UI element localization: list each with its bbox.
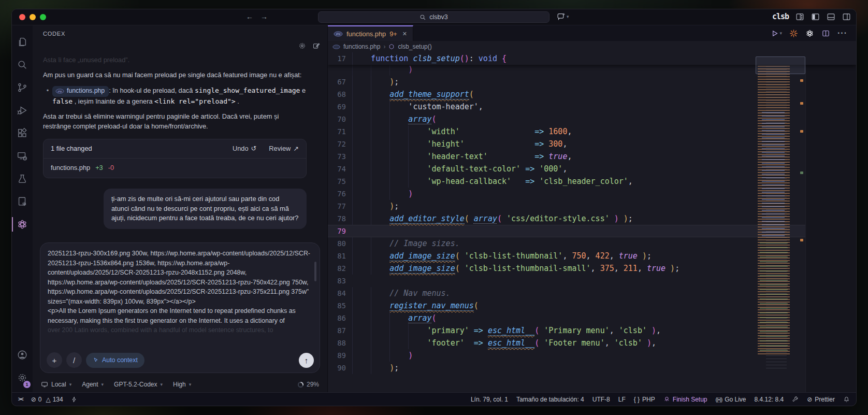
extension-starburst-icon[interactable] [789, 29, 798, 38]
sidebar-item-run-debug[interactable] [12, 99, 33, 122]
code-line[interactable]: 86array( [328, 312, 805, 324]
go-live-button[interactable]: ((•))Go Live [716, 396, 746, 403]
file-chip[interactable]: phpfunctions.php [52, 86, 109, 97]
sidebar-item-search[interactable] [12, 53, 33, 76]
minimize-window-button[interactable] [30, 14, 36, 20]
panel-settings-icon[interactable] [298, 42, 306, 50]
cursor-position[interactable]: Lín. 79, col. 1 [471, 396, 508, 403]
indentation-setting[interactable]: Tamaño de tabulación: 4 [516, 396, 584, 403]
sidebar-item-explorer[interactable] [12, 31, 33, 53]
code-line[interactable]: 87'primary' => esc_html__( 'Primary menu… [328, 324, 805, 337]
close-window-button[interactable] [19, 14, 25, 20]
php-version[interactable]: 8.4.12: 8.4 [755, 396, 784, 403]
breadcrumb-symbol[interactable]: clsb_setup() [398, 43, 431, 50]
code-line[interactable]: 17function clsb_setup(): void { [328, 52, 805, 65]
code-line[interactable]: 69'custom-header', [328, 101, 805, 113]
code-editor[interactable]: 17function clsb_setup(): void { )67);68a… [328, 52, 856, 392]
toggle-panel-icon[interactable] [827, 12, 835, 21]
split-editor-icon[interactable] [821, 29, 830, 38]
code-line[interactable]: 84// Nav menus. [328, 287, 805, 299]
mode-selector[interactable]: Agent▾ [82, 381, 104, 388]
code-line[interactable]: 90); [328, 362, 805, 374]
tab-functions-php[interactable]: php functions.php 9+ ✕ [328, 25, 413, 41]
composer-scrollbar[interactable] [314, 262, 316, 281]
code-line[interactable]: 80// Image sizes. [328, 237, 805, 250]
code-line[interactable]: 88'footer' => esc_html__( 'Footer menu',… [328, 337, 805, 349]
chevron-down-icon: ▾ [160, 382, 163, 387]
sidebar-item-tools[interactable] [12, 190, 33, 213]
breadcrumb[interactable]: functions.php › clsb_setup() [328, 41, 856, 52]
code-line[interactable]: 73'header-text' => true, [328, 150, 805, 163]
maximize-window-button[interactable] [40, 14, 46, 20]
copilot-chat-button[interactable]: ▾ [557, 12, 569, 21]
lightning-icon[interactable] [71, 396, 77, 403]
settings-button[interactable]: 1 [12, 366, 33, 389]
code-line[interactable]: 82add_image_size( 'clsb-list-thumbnail-s… [328, 262, 805, 275]
wrench-icon[interactable] [792, 396, 799, 403]
code-line[interactable]: 77); [328, 200, 805, 212]
account-button[interactable] [12, 344, 33, 366]
code-line[interactable]: 75'wp-head-callback' => 'clsb_header_col… [328, 175, 805, 188]
code-line[interactable]: 72'height' => 300, [328, 138, 805, 150]
code-line[interactable]: 68add_theme_support( [328, 88, 805, 101]
code-line[interactable]: ) [328, 65, 805, 76]
openai-icon[interactable] [805, 29, 814, 38]
chevron-down-icon: ▾ [69, 382, 72, 387]
error-count: 0 [38, 396, 42, 403]
code-line[interactable]: 79 [328, 225, 805, 237]
code-line[interactable]: 74'default-text-color' => '000', [328, 163, 805, 175]
remote-indicator-icon[interactable]: >< [18, 396, 23, 402]
code-line[interactable]: 85register_nav_menus( [328, 299, 805, 312]
lines-added: +3 [95, 163, 103, 173]
auto-context-toggle[interactable]: Auto context [86, 353, 144, 368]
review-button[interactable]: Review↗ [269, 144, 299, 154]
sidebar-item-codex[interactable] [12, 213, 33, 236]
toggle-primary-sidebar-icon[interactable] [811, 12, 820, 21]
sidebar-item-remote-explorer[interactable] [12, 145, 33, 167]
toggle-secondary-sidebar-icon[interactable] [842, 12, 851, 21]
changed-file-row[interactable]: functions.php +3 -0 [44, 159, 306, 178]
eol-setting[interactable]: LF [618, 396, 626, 403]
sidebar-item-extensions[interactable] [12, 122, 33, 145]
new-chat-icon[interactable] [312, 42, 320, 50]
run-button[interactable]: ▾ [770, 29, 782, 38]
more-actions-icon[interactable]: ··· [837, 28, 847, 38]
chat-history[interactable]: Asta îi face „unused preload”. Am pus un… [33, 41, 327, 238]
code-line[interactable]: 67); [328, 76, 805, 88]
php-icon: php [55, 89, 64, 94]
customize-layout-icon[interactable] [795, 12, 804, 21]
code-line[interactable]: 71'width' => 1600, [328, 125, 805, 138]
command-center-search[interactable]: clsbv3 [318, 11, 549, 23]
remote-icon [17, 150, 28, 162]
environment-selector[interactable]: Local▾ [41, 381, 71, 388]
forward-icon[interactable]: → [261, 12, 268, 21]
model-selector[interactable]: GPT-5.2-Codex▾ [114, 381, 163, 388]
code-line[interactable]: 76) [328, 188, 805, 200]
code-line[interactable]: 81add_image_size( 'clsb-list-thumbnail',… [328, 250, 805, 262]
problems-indicator[interactable]: ⊘0 △134 [31, 396, 63, 403]
language-mode[interactable]: { }PHP [634, 396, 655, 403]
notifications-bell-icon[interactable] [843, 396, 850, 403]
chat-composer[interactable]: 20251213-rpzu-300x169.png 300w, https://… [40, 242, 320, 373]
code-line[interactable]: 89) [328, 349, 805, 362]
breadcrumb-file[interactable]: functions.php [343, 43, 380, 50]
code-line[interactable]: 70array( [328, 113, 805, 125]
effort-selector[interactable]: High▾ [173, 381, 191, 388]
code-line[interactable]: 83 [328, 275, 805, 287]
composer-input[interactable]: 20251213-rpzu-300x169.png 300w, https://… [48, 249, 311, 338]
undo-button[interactable]: Undo↺ [233, 144, 256, 154]
back-icon[interactable]: ← [246, 12, 253, 21]
sidebar-item-testing[interactable] [12, 167, 33, 190]
encoding[interactable]: UTF-8 [592, 396, 610, 403]
attach-button[interactable]: + [47, 352, 62, 368]
minimap-slider[interactable] [756, 56, 805, 74]
prettier-status[interactable]: ⊘Prettier [807, 396, 835, 403]
overview-ruler[interactable] [798, 52, 805, 392]
finish-setup-button[interactable]: Finish Setup [663, 396, 707, 403]
sidebar-item-source-control[interactable] [12, 76, 33, 99]
send-button[interactable]: ↑ [299, 353, 314, 368]
code-line[interactable]: 78add_editor_style( array( 'css/editor-s… [328, 212, 805, 225]
slash-command-button[interactable]: / [66, 352, 82, 368]
minimap[interactable] [756, 53, 798, 380]
close-tab-icon[interactable]: ✕ [402, 31, 407, 37]
